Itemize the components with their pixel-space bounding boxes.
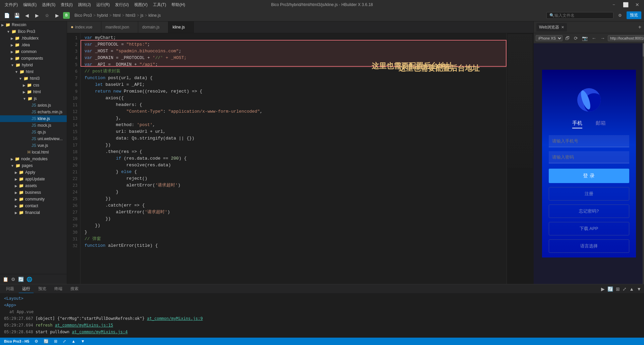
sidebar-common[interactable]: ▶ 📁 common [0,48,67,55]
menu-release[interactable]: 发行(U) [113,1,131,8]
phone-input-phone[interactable] [549,135,629,147]
run-btn[interactable]: ▶ [53,11,61,19]
phone-tab-phone[interactable]: 手机 [572,120,582,128]
preview-button[interactable]: 预览 [627,11,641,19]
forgot-password-button[interactable]: 忘记密码? [549,205,629,218]
browser-new-window[interactable]: 🗗 [564,35,571,42]
status-icon-expand[interactable]: ⤢ [63,339,66,344]
breadcrumb-file[interactable]: kline.js [148,13,161,18]
sidebar-project[interactable]: ▼ 📁 Bico Pro3 [0,28,67,35]
phone-input-password[interactable] [549,151,629,163]
tab-manifest[interactable]: manifest.json ✕ [101,21,138,33]
download-app-button[interactable]: 下载 APP [549,222,629,235]
menu-file[interactable]: 文件(F) [3,1,20,8]
sidebar-js-folder[interactable]: ▼ 📁 js [0,95,67,102]
sidebar-nodemodules[interactable]: ▶ 📁 node_modules [0,156,67,162]
bookmark-btn[interactable]: ☆ [43,11,51,19]
console-tab-preview[interactable]: 预览 [35,285,50,293]
sidebar-icon-4[interactable]: 🌐 [26,277,32,282]
sidebar-appupdate[interactable]: ▶ 📁 appUpdate [0,176,67,182]
sidebar-components[interactable]: ▶ 📁 components [0,55,67,62]
new-file-btn[interactable]: 📄 [3,11,11,19]
sidebar-mock[interactable]: JS mock.js [0,122,67,129]
tab-domain[interactable]: domain.js ✕ [138,21,168,33]
browser-tab[interactable]: Web浏览器 ✕ [536,23,567,32]
login-button[interactable]: 登 录 [549,169,629,183]
status-icon-settings[interactable]: ⚙ [35,339,38,344]
maximize-btn[interactable]: ⬜ [621,2,631,7]
sidebar-echarts[interactable]: JS echarts.min.js [0,109,67,115]
console-tab-terminal[interactable]: 终端 [51,285,66,293]
browser-back-icon[interactable]: ← [590,35,598,42]
tab-kline[interactable]: kline.js ✕ [168,21,194,33]
breadcrumb-hybrid[interactable]: hybrid [97,13,108,18]
console-tab-search[interactable]: 搜索 [67,285,82,293]
tab-index-vue[interactable]: index.vue ✕ [67,21,101,33]
sidebar-business[interactable]: ▶ 📁 business [0,189,67,196]
console-run-icon[interactable]: ▶ [601,286,605,292]
sidebar-icon-1[interactable]: 📋 [3,277,8,282]
menu-find[interactable]: 查找(I) [59,1,74,8]
menu-edit[interactable]: 编辑(E) [21,1,39,8]
sidebar-html3[interactable]: ▼ 📁 html3 [0,75,67,82]
sidebar-localhtml[interactable]: H local.html [0,149,67,156]
breadcrumb-html3[interactable]: html3 [125,13,135,18]
console-reload-icon[interactable]: 🔄 [607,286,613,292]
sidebar-icon-2[interactable]: ⚙ [11,277,15,282]
browser-url-input[interactable] [608,35,644,41]
sidebar-vue[interactable]: JS vue.js [0,142,67,149]
sidebar-axios[interactable]: JS axios.js [0,102,67,109]
sidebar-uniwebview[interactable]: JS uni.webview... [0,135,67,142]
breadcrumb-js[interactable]: js [141,13,144,18]
sidebar-financial[interactable]: ▶ 📁 financial [0,209,67,216]
forward-btn[interactable]: ▶ [33,11,41,19]
scrollbar[interactable] [643,43,644,284]
sidebar-root[interactable]: ▶ 📁 Rexcoin [0,21,67,28]
menu-run[interactable]: 运行(R) [94,1,112,8]
code-editor[interactable]: var myChart;var _PROTOCOL = "https:";var… [80,33,506,284]
search-input[interactable] [554,13,608,18]
console-expand-icon[interactable]: ⤢ [623,286,627,292]
status-icon-refresh[interactable]: 🔄 [44,339,49,344]
browser-forward-icon[interactable]: → [599,35,606,42]
sidebar-icon-3[interactable]: 🔄 [18,277,24,282]
menu-tools[interactable]: 工具(T) [151,1,168,8]
browser-screenshot[interactable]: 📷 [581,35,589,42]
status-icon-grid[interactable]: ⊞ [54,339,57,344]
browser-add-tab[interactable]: + [638,24,641,30]
browser-tab-close[interactable]: ✕ [561,25,564,30]
sidebar-qs[interactable]: JS qs.js [0,129,67,135]
status-icon-down[interactable]: ▼ [81,339,85,344]
sidebar-pages[interactable]: ▼ 📁 pages [0,162,67,169]
menu-view[interactable]: 视图(V) [132,1,150,8]
sidebar-apply[interactable]: ▶ 📁 Apply [0,169,67,176]
sidebar-assets[interactable]: ▶ 📁 assets [0,182,67,189]
register-button[interactable]: 注册 [549,187,629,200]
menu-select[interactable]: 选择(S) [40,1,57,8]
sidebar-html-sub[interactable]: ▶ 📁 html [0,89,67,95]
save-btn[interactable]: 💾 [13,11,21,19]
breadcrumb-html[interactable]: html [113,13,121,18]
language-button[interactable]: 语言选择 [549,239,629,253]
console-down-icon[interactable]: ▼ [637,286,641,292]
phone-tab-email[interactable]: 邮箱 [596,120,606,128]
menu-goto[interactable]: 跳转(J) [76,1,93,8]
file-search[interactable]: 🔍 [546,12,613,19]
console-link[interactable]: at_common/myMixins.js:9 [147,316,203,321]
sidebar-community[interactable]: ▶ 📁 community [0,196,67,203]
device-selector[interactable]: iPhone XS iPhone 12 iPad [536,35,562,41]
sidebar-kline[interactable]: JS kline.js [0,115,67,122]
menu-help[interactable]: 帮助(H) [169,1,187,8]
sidebar-html-folder[interactable]: ▼ 📁 html [0,68,67,75]
console-link[interactable]: at_common/myMixins.js:4 [72,330,127,334]
breadcrumb-proj[interactable]: Bico Pro3 [74,13,92,18]
sidebar-hbuilderx[interactable]: ▶ 📁 .hbuilderx [0,35,67,42]
status-icon-up[interactable]: ▲ [71,339,75,344]
console-link[interactable]: at_common/myMixins.js:15 [55,323,113,328]
sidebar-idea[interactable]: ▶ 📁 .idea [0,42,67,48]
console-tab-problem[interactable]: 问题 [3,285,17,293]
sidebar-hybrid[interactable]: ▼ 📁 hybrid [0,62,67,68]
close-btn[interactable]: ✕ [633,2,641,7]
console-up-icon[interactable]: ▲ [629,286,634,292]
sidebar-contact[interactable]: ▶ 📁 contact [0,203,67,209]
